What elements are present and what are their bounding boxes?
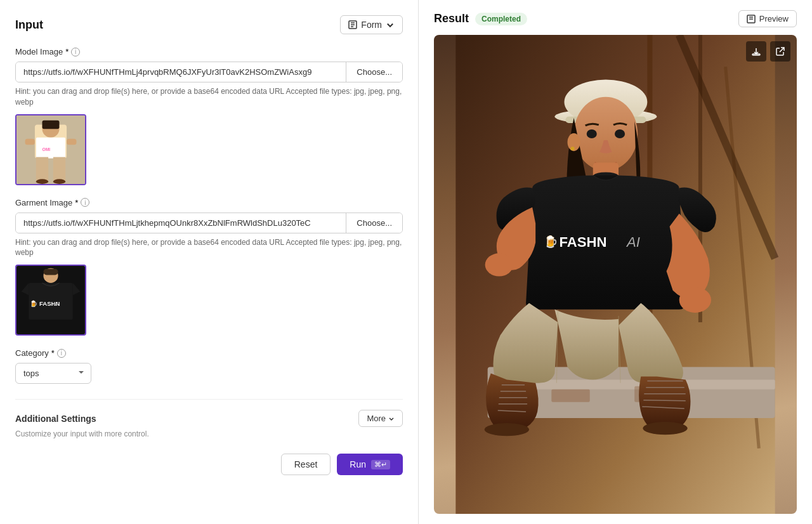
svg-point-14	[36, 179, 48, 184]
svg-rect-10	[53, 157, 65, 180]
download-icon	[751, 46, 761, 56]
svg-rect-9	[36, 157, 48, 180]
category-label: Category* i	[15, 348, 403, 358]
external-link-icon	[775, 46, 785, 56]
external-link-button[interactable]	[770, 41, 790, 62]
svg-text:AI: AI	[51, 300, 58, 307]
svg-rect-35	[551, 390, 589, 402]
more-chevron-icon	[388, 416, 395, 422]
model-image-input-row: Choose...	[15, 62, 403, 82]
additional-settings-desc: Customize your input with more control.	[15, 429, 403, 438]
reset-button[interactable]: Reset	[281, 454, 331, 475]
model-image-hint: Hint: you can drag and drop file(s) here…	[15, 86, 403, 108]
svg-point-42	[615, 129, 625, 138]
svg-rect-11	[43, 120, 60, 129]
svg-point-44	[571, 147, 575, 150]
preview-icon	[747, 15, 756, 23]
additional-settings-title: Additional Settings	[15, 414, 96, 424]
model-image-field: Model Image* i Choose... Hint: you can d…	[15, 47, 403, 185]
result-illustration: 🍺 FASHN AI	[434, 35, 797, 514]
svg-point-40	[574, 97, 638, 171]
garment-image-info-icon: i	[81, 198, 89, 207]
download-button[interactable]	[746, 41, 766, 62]
result-title-row: Result Completed	[434, 12, 527, 25]
garment-image-label: Garment Image* i	[15, 198, 403, 207]
garment-image-choose-button[interactable]: Choose...	[346, 213, 402, 233]
result-title: Result	[434, 12, 469, 25]
input-panel: Input Form Model Image* i Choose... Hint…	[0, 0, 419, 524]
category-field: Category* i tops bottoms one-pieces	[15, 348, 403, 384]
model-image-choose-button[interactable]: Choose...	[346, 62, 402, 82]
input-header: Input Form	[15, 15, 403, 34]
image-overlay-actions	[746, 41, 790, 62]
preview-button[interactable]: Preview	[738, 10, 797, 27]
svg-text:OMI: OMI	[43, 147, 51, 152]
status-badge: Completed	[475, 13, 527, 25]
more-button[interactable]: More	[358, 410, 403, 427]
svg-rect-13	[67, 138, 76, 145]
model-image-input[interactable]	[16, 62, 346, 82]
model-image-thumbnail: OMI	[15, 114, 86, 185]
svg-text:AI: AI	[625, 234, 640, 250]
svg-point-46	[679, 287, 711, 313]
garment-image-field: Garment Image* i Choose... Hint: you can…	[15, 198, 403, 336]
svg-rect-12	[25, 138, 35, 145]
svg-line-62	[643, 400, 685, 401]
category-select[interactable]: tops bottoms one-pieces	[15, 363, 91, 384]
svg-point-15	[53, 179, 65, 184]
svg-point-64	[643, 422, 687, 435]
model-image-info-icon: i	[71, 48, 80, 56]
svg-text:FASHN: FASHN	[559, 234, 606, 250]
result-header: Result Completed Preview	[434, 10, 797, 27]
form-icon	[348, 20, 357, 29]
svg-rect-7	[36, 137, 65, 158]
svg-point-41	[587, 129, 597, 138]
svg-text:🍺: 🍺	[544, 235, 558, 249]
action-row: Reset Run ⌘↵	[15, 454, 403, 475]
garment-image-thumbnail: 🍺 FASHN AI	[15, 265, 86, 336]
chevron-down-icon	[386, 20, 395, 29]
model-thumbnail-svg: OMI	[16, 114, 85, 185]
run-keyboard-shortcut: ⌘↵	[371, 460, 390, 469]
garment-thumbnail-svg: 🍺 FASHN AI	[16, 265, 85, 336]
garment-image-input-row: Choose...	[15, 213, 403, 233]
additional-settings: Additional Settings More Customize your …	[15, 399, 403, 438]
form-button[interactable]: Form	[340, 15, 403, 34]
run-button[interactable]: Run ⌘↵	[337, 454, 403, 475]
additional-settings-header: Additional Settings More	[15, 410, 403, 427]
garment-image-input[interactable]	[16, 213, 346, 233]
model-image-label: Model Image* i	[15, 47, 403, 56]
category-info-icon: i	[57, 349, 66, 358]
category-select-wrapper: tops bottoms one-pieces	[15, 363, 91, 384]
garment-image-hint: Hint: you can drag and drop file(s) here…	[15, 237, 403, 259]
svg-point-50	[485, 253, 513, 276]
svg-point-58	[485, 423, 529, 436]
result-image-container: 🍺 FASHN AI	[434, 35, 797, 514]
svg-rect-23	[43, 269, 58, 275]
input-title: Input	[15, 18, 43, 32]
result-panel: Result Completed Preview	[419, 0, 812, 524]
